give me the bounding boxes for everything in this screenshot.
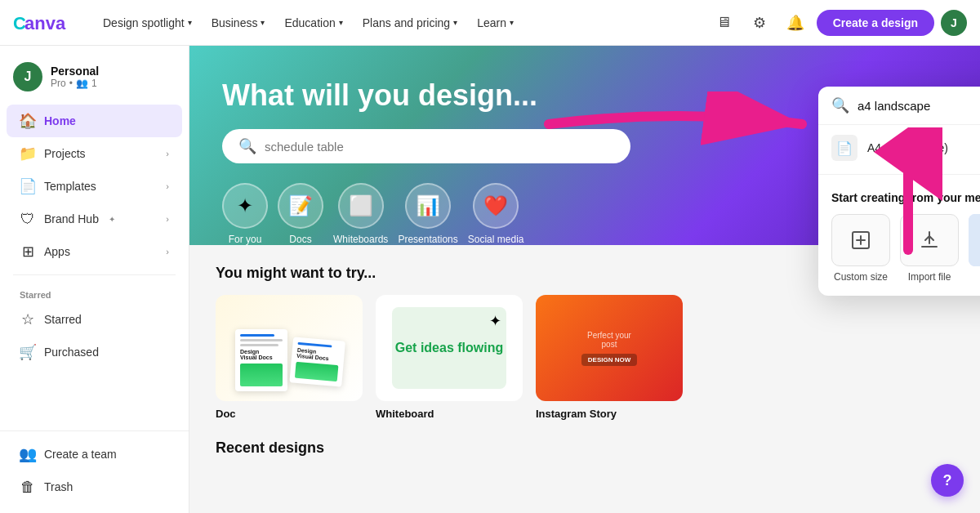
category-docs[interactable]: 📝 Docs — [278, 183, 323, 245]
import-file-label: Import file — [908, 271, 951, 283]
sidebar-item-starred[interactable]: ☆ Starred — [7, 303, 182, 336]
presentations-icon: 📊 — [405, 183, 451, 229]
ig-card-image: Perfect your post DESIGN NOW — [536, 295, 683, 401]
monitor-icon-button[interactable]: 🖥 — [709, 8, 738, 38]
ig-inner: Perfect your post DESIGN NOW — [581, 331, 637, 366]
chevron-down-icon: ▾ — [188, 18, 192, 27]
media-section-title: Start creating from your media — [831, 191, 980, 204]
chevron-down-icon: ▾ — [453, 18, 457, 27]
a4-result-label: A4 (Landscape) — [867, 141, 948, 154]
category-presentations[interactable]: 📊 Presentations — [398, 183, 457, 245]
chevron-right-icon: › — [166, 214, 169, 224]
nav-design-spotlight[interactable]: Design spotlight ▾ — [95, 11, 200, 34]
category-whiteboards[interactable]: ⬜ Whiteboards — [333, 183, 388, 245]
chevron-right-icon: › — [166, 247, 169, 256]
nav-links: Design spotlight ▾ Business ▾ Education … — [95, 11, 702, 34]
sidebar-item-purchased[interactable]: 🛒 Purchased — [7, 336, 182, 368]
bag-icon: 🛒 — [20, 344, 36, 360]
ig-card-label: Instagram Story — [536, 408, 683, 420]
notifications-icon-button[interactable]: 🔔 — [781, 8, 810, 38]
import-file-option[interactable]: Import file — [900, 214, 959, 283]
wb-star-decoration: ✦ — [489, 312, 501, 330]
nav-actions: 🖥 ⚙ 🔔 Create a design J — [709, 8, 967, 38]
sidebar-item-projects[interactable]: 📁 Projects › — [7, 137, 182, 170]
nav-education[interactable]: Education ▾ — [276, 11, 350, 34]
category-social-media[interactable]: ❤️ Social media — [468, 183, 524, 245]
starred-section-label: Starred — [0, 282, 189, 303]
recent-section: Recent designs — [189, 439, 980, 480]
nav-learn[interactable]: Learn ▾ — [469, 11, 522, 34]
user-profile[interactable]: J Personal Pro • 👥 1 — [0, 56, 189, 105]
create-design-button[interactable]: Create a design — [817, 10, 934, 36]
user-avatar[interactable]: J — [941, 10, 967, 36]
brand-hub-icon: 🛡 — [20, 211, 36, 227]
docs-icon: 📝 — [278, 183, 323, 229]
doc-mini-1: DesignVisual Docs — [235, 329, 287, 391]
user-name: Personal — [51, 65, 99, 78]
nav-plans-pricing[interactable]: Plans and pricing ▾ — [354, 11, 466, 34]
nav-business[interactable]: Business ▾ — [203, 11, 274, 34]
sidebar-item-brand-hub[interactable]: 🛡 Brand Hub ✦ › — [7, 203, 182, 235]
sidebar: J Personal Pro • 👥 1 🏠 Home 📁 Projects — [0, 46, 189, 513]
recent-section-title: Recent designs — [216, 439, 954, 457]
import-file-icon — [900, 214, 959, 266]
media-preview-thumbnail — [969, 214, 980, 266]
search-icon: 🔍 — [238, 137, 256, 155]
search-dropdown: 🔍 📄 A4 (Landscape) Start creating from y… — [818, 87, 980, 296]
whiteboard-card-image: Get ideas flowing ✦ — [376, 295, 523, 401]
sidebar-bottom: 👥 Create a team 🗑 Trash — [0, 430, 189, 503]
design-cards: DesignVisual Docs DesignVisual Docs Doc — [216, 295, 954, 420]
dropdown-search-input[interactable] — [858, 99, 980, 113]
doc-mini-2: DesignVisual Docs — [289, 337, 345, 386]
for-you-icon: ✦ — [222, 183, 268, 229]
logo[interactable]: C anva — [13, 11, 78, 34]
doc-card-image: DesignVisual Docs DesignVisual Docs — [216, 295, 363, 401]
chevron-right-icon: › — [166, 181, 169, 191]
user-info: Personal Pro • 👥 1 — [51, 65, 99, 89]
chevron-right-icon: › — [166, 149, 169, 158]
templates-icon: 📄 — [20, 178, 36, 194]
custom-size-icon — [831, 214, 890, 266]
whiteboard-card[interactable]: Get ideas flowing ✦ Whiteboard — [376, 295, 523, 420]
chevron-down-icon: ▾ — [510, 18, 514, 27]
doc-card[interactable]: DesignVisual Docs DesignVisual Docs Doc — [216, 295, 363, 420]
category-for-you[interactable]: ✦ For you — [222, 183, 268, 245]
dropdown-divider — [818, 174, 980, 175]
brand-hub-badge: ✦ — [109, 215, 115, 224]
content-area: What will you design... 🔍 ✦ For you 📝 Do… — [189, 46, 980, 513]
whiteboards-icon: ⬜ — [338, 183, 384, 229]
svg-text:anva: anva — [24, 13, 66, 33]
sidebar-item-templates[interactable]: 📄 Templates › — [7, 170, 182, 203]
custom-size-label: Custom size — [834, 271, 888, 283]
search-result-a4[interactable]: 📄 A4 (Landscape) — [818, 125, 980, 171]
social-media-icon: ❤️ — [473, 183, 519, 229]
media-preview-option[interactable] — [969, 214, 980, 283]
top-nav: C anva Design spotlight ▾ Business ▾ Edu… — [0, 0, 980, 46]
settings-icon-button[interactable]: ⚙ — [745, 8, 774, 38]
hero-search-input[interactable] — [265, 140, 614, 154]
chevron-down-icon: ▾ — [339, 18, 343, 27]
sidebar-divider — [13, 274, 176, 275]
sidebar-item-trash[interactable]: 🗑 Trash — [7, 471, 182, 503]
custom-size-option[interactable]: Custom size — [831, 214, 890, 283]
whiteboard-card-label: Whiteboard — [376, 408, 523, 420]
sidebar-item-create-team[interactable]: 👥 Create a team — [7, 438, 182, 471]
user-meta: Pro • 👥 1 — [51, 78, 99, 89]
trash-icon: 🗑 — [20, 479, 36, 495]
media-options: Custom size Import file — [831, 214, 980, 283]
help-button[interactable]: ? — [931, 464, 964, 497]
folder-icon: 📁 — [20, 145, 36, 162]
star-icon: ☆ — [20, 311, 36, 328]
home-icon: 🏠 — [20, 113, 36, 129]
dropdown-search-icon: 🔍 — [831, 96, 849, 114]
chevron-down-icon: ▾ — [261, 18, 265, 27]
sidebar-item-apps[interactable]: ⊞ Apps › — [7, 235, 182, 268]
apps-icon: ⊞ — [20, 243, 36, 260]
hero-search[interactable]: 🔍 — [222, 129, 630, 163]
doc-card-label: Doc — [216, 408, 363, 420]
instagram-story-card[interactable]: Perfect your post DESIGN NOW Instagram S… — [536, 295, 683, 420]
dropdown-search-bar[interactable]: 🔍 — [818, 87, 980, 125]
sidebar-item-home[interactable]: 🏠 Home — [7, 105, 182, 137]
a4-result-icon: 📄 — [831, 135, 858, 161]
user-avatar-sidebar: J — [13, 62, 42, 91]
